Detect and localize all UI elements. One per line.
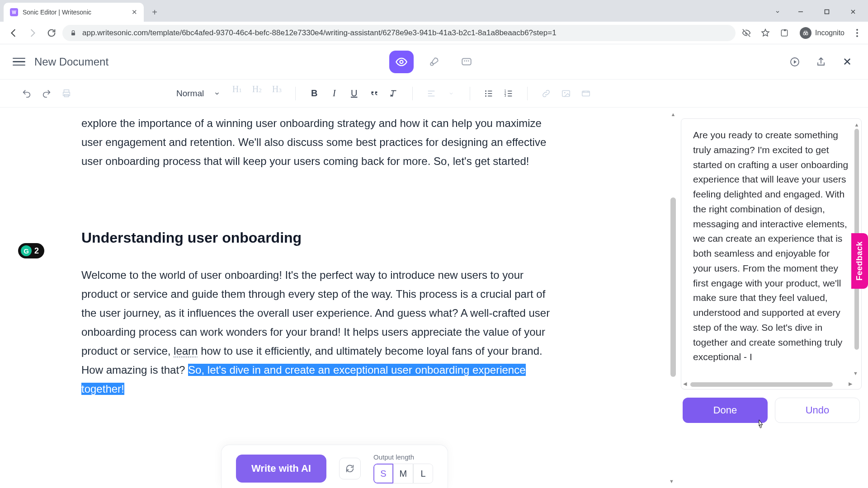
svg-rect-3 [784,29,786,31]
browser-menu-icon[interactable] [852,29,863,37]
paragraph[interactable]: explore the importance of a winning user… [81,114,561,171]
svg-point-12 [485,90,486,92]
rocket-button[interactable] [422,51,446,73]
lock-icon [70,29,77,37]
ai-suggestion-box: Are you ready to create something truly … [681,118,862,389]
clear-format-button[interactable] [384,84,403,103]
refresh-button[interactable] [339,458,361,479]
undo-button[interactable]: Undo [775,398,860,423]
italic-button[interactable]: I [325,84,344,103]
svg-rect-7 [462,58,471,65]
tabs-dropdown-icon[interactable] [768,2,788,22]
numbered-list-button[interactable]: 123 [499,84,518,103]
nav-forward-button [24,25,41,41]
scroll-up-icon[interactable]: ▲ [853,121,860,129]
window-maximize-button[interactable] [814,2,840,22]
eye-off-icon[interactable] [738,25,755,41]
ai-suggestion-text[interactable]: Are you ready to create something truly … [681,119,861,372]
write-ai-bar: Write with AI Output length S M L [221,445,448,488]
window-minimize-button[interactable] [788,2,814,22]
url-text: app.writesonic.com/template/6bc4afed-937… [82,28,728,38]
scroll-down-icon[interactable]: ▼ [853,369,858,377]
tab-title: Sonic Editor | Writesonic [23,9,126,16]
address-bar[interactable]: app.writesonic.com/template/6bc4afed-937… [62,25,736,41]
h3-button[interactable]: H3 [267,84,286,103]
align-dropdown[interactable] [442,84,461,103]
share-icon[interactable] [813,54,829,70]
align-button[interactable] [422,84,441,103]
output-length-group: S M L [373,464,433,483]
ai-scrollbar-h[interactable]: ◀ ▶ [683,381,852,388]
star-icon[interactable] [757,25,774,41]
output-length-label: Output length [373,453,433,461]
feedback-tab[interactable]: Feedback [851,233,868,289]
svg-rect-1 [71,33,75,35]
length-m-button[interactable]: M [393,464,413,483]
nav-back-button[interactable] [5,25,22,41]
menu-toggle-button[interactable] [13,56,25,68]
image-button[interactable] [557,84,576,103]
tab-close-icon[interactable]: ✕ [130,8,138,16]
svg-point-5 [806,33,808,35]
svg-point-14 [485,95,486,97]
editor-area[interactable]: G 2 explore the importance of a winning … [0,108,678,488]
h2-button[interactable]: H2 [247,84,266,103]
scroll-down-icon[interactable]: ▼ [669,477,674,485]
svg-rect-21 [760,424,761,428]
svg-point-4 [803,33,806,35]
heading[interactable]: Understanding user onboarding [81,225,561,250]
undo-button[interactable] [17,84,36,103]
svg-point-19 [564,92,566,93]
length-l-button[interactable]: L [413,464,433,483]
svg-text:3: 3 [505,94,506,97]
svg-rect-20 [582,91,590,96]
close-button[interactable]: ✕ [839,56,855,68]
bullet-list-button[interactable] [479,84,498,103]
svg-rect-9 [64,89,69,92]
svg-rect-0 [825,10,829,14]
favicon-icon: W [10,8,18,16]
chat-button[interactable] [454,51,479,73]
link-button[interactable] [537,84,556,103]
svg-point-13 [485,93,486,94]
extensions-icon[interactable] [776,25,793,41]
incognito-icon [800,27,811,39]
spelling-underline[interactable]: learn [174,345,198,357]
editor-scrollbar[interactable]: ▲ ▼ [669,110,677,485]
preview-button[interactable] [389,51,414,73]
quote-button[interactable] [364,84,383,103]
document-title[interactable]: New Document [34,56,108,68]
video-button[interactable] [576,84,595,103]
redo-button[interactable] [37,84,56,103]
incognito-badge[interactable]: Incognito [795,27,849,39]
bold-button[interactable]: B [305,84,324,103]
window-close-button[interactable] [840,2,866,22]
write-with-ai-button[interactable]: Write with AI [236,455,326,483]
svg-point-6 [400,60,403,63]
play-circle-icon[interactable] [787,54,803,70]
underline-button[interactable]: U [344,84,363,103]
paragraph[interactable]: Welcome to the world of user onboarding!… [81,266,561,399]
nav-reload-button[interactable] [43,25,60,41]
new-tab-button[interactable]: + [147,5,162,19]
cursor-icon [756,419,765,430]
length-s-button[interactable]: S [373,464,393,483]
browser-tab[interactable]: W Sonic Editor | Writesonic ✕ [4,3,144,22]
h1-button[interactable]: H1 [227,84,246,103]
done-button[interactable]: Done [683,398,768,423]
paragraph-style-select[interactable]: Normal [170,89,226,99]
chevron-down-icon [214,90,220,97]
print-button[interactable] [57,84,76,103]
scroll-up-icon[interactable]: ▲ [669,110,677,118]
